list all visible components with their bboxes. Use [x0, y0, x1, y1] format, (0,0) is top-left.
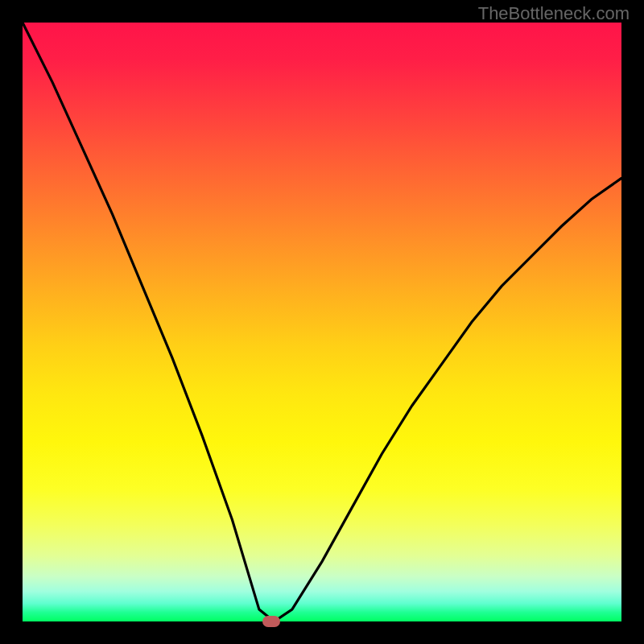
minimum-marker [262, 616, 280, 627]
chart-curve-svg [23, 23, 621, 621]
bottleneck-curve-path [23, 23, 621, 621]
chart-plot-area [23, 23, 621, 621]
watermark-text: TheBottleneck.com [478, 3, 630, 24]
